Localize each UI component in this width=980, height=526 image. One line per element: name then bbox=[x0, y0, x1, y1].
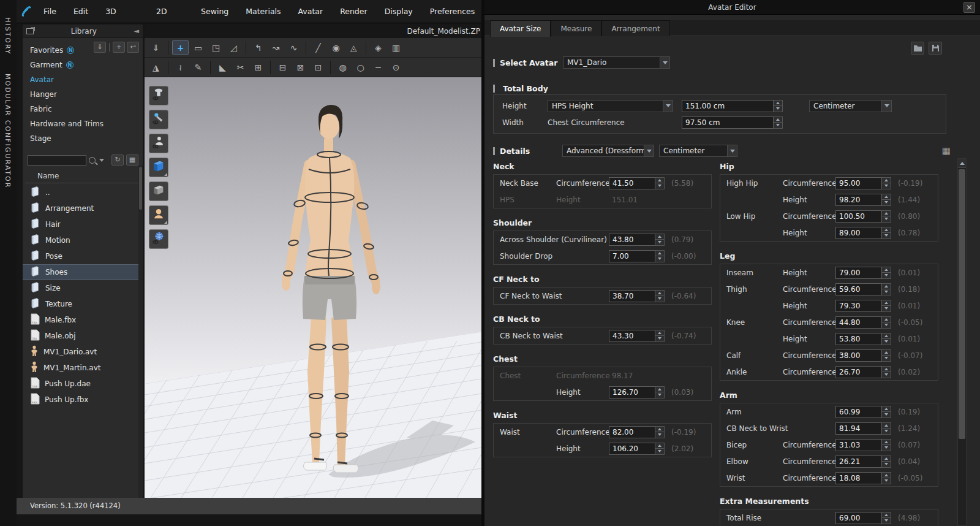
menu-display[interactable]: Display bbox=[376, 0, 421, 23]
search-input[interactable] bbox=[28, 155, 86, 166]
add-to-library-button[interactable]: ⇓ bbox=[94, 42, 106, 53]
rect-selection-tool[interactable]: ▭ bbox=[190, 40, 206, 55]
value-spinner[interactable] bbox=[882, 316, 891, 329]
add-button[interactable]: + bbox=[113, 42, 125, 53]
edit-curve-tool[interactable]: ∿ bbox=[285, 40, 302, 55]
value-spinner[interactable] bbox=[882, 227, 891, 239]
value-input[interactable] bbox=[609, 290, 655, 302]
menu-2d-pattern[interactable]: 2D Pattern bbox=[148, 0, 192, 23]
avatar-editor-titlebar[interactable]: Avatar Editor × bbox=[484, 0, 980, 15]
value-input[interactable] bbox=[835, 512, 882, 524]
value-spinner[interactable] bbox=[882, 455, 891, 468]
scrollbar-thumb[interactable] bbox=[959, 169, 965, 439]
value-input[interactable] bbox=[609, 426, 655, 438]
button-tool[interactable]: ◍ bbox=[334, 59, 351, 75]
value-input[interactable] bbox=[835, 227, 882, 239]
library-category-avatar[interactable]: Avatar bbox=[23, 72, 143, 87]
library-item[interactable]: Motion bbox=[23, 232, 143, 248]
collapse-arrow-icon[interactable]: ◄ bbox=[134, 27, 139, 35]
value-input[interactable] bbox=[609, 443, 655, 455]
save-button[interactable] bbox=[929, 42, 942, 55]
tack-on-avatar-tool[interactable]: ◬ bbox=[345, 40, 362, 55]
select-move-tool[interactable]: + bbox=[172, 40, 189, 55]
value-input[interactable] bbox=[835, 210, 882, 223]
dropdown-arrow-icon[interactable] bbox=[881, 101, 891, 112]
sewing-visibility-toggle[interactable] bbox=[149, 110, 168, 129]
library-category-hanger[interactable]: Hanger bbox=[23, 87, 143, 102]
close-button[interactable]: × bbox=[963, 2, 975, 13]
menu-sewing[interactable]: Sewing bbox=[192, 0, 237, 23]
library-item[interactable]: MV1_Dario.avt bbox=[23, 344, 143, 360]
library-item[interactable]: .. bbox=[23, 185, 143, 200]
width-value-input[interactable] bbox=[682, 116, 774, 129]
value-input[interactable] bbox=[835, 333, 882, 345]
select-garment-tool[interactable]: ◣ bbox=[214, 59, 231, 75]
library-item[interactable]: DAEPush Up.dae bbox=[23, 376, 143, 392]
avatar-skin-button[interactable] bbox=[149, 205, 168, 225]
menu-file[interactable]: File bbox=[35, 0, 65, 23]
steam-tool[interactable]: ⊟ bbox=[274, 59, 291, 75]
value-spinner[interactable] bbox=[655, 330, 665, 342]
library-item[interactable]: Shoes bbox=[23, 264, 143, 280]
library-category-hardware-and-trims[interactable]: Hardware and Trims bbox=[23, 116, 143, 131]
dropdown-arrow-icon[interactable] bbox=[660, 57, 669, 68]
value-spinner[interactable] bbox=[882, 512, 891, 524]
library-item[interactable]: MV1_Martin.avt bbox=[23, 360, 143, 376]
value-spinner[interactable] bbox=[882, 283, 891, 295]
value-input[interactable] bbox=[835, 300, 882, 312]
size-table-icon[interactable]: ▦ bbox=[942, 145, 951, 156]
value-spinner[interactable] bbox=[655, 386, 665, 398]
scroll-up-button[interactable] bbox=[958, 159, 966, 168]
pin-box-tool[interactable]: ◉ bbox=[328, 40, 344, 55]
menu-preferences[interactable]: Preferences bbox=[421, 0, 484, 23]
import-tool[interactable]: ⇓ bbox=[148, 40, 164, 55]
library-category-garment[interactable]: GarmentN bbox=[23, 58, 143, 72]
value-spinner[interactable] bbox=[882, 366, 891, 378]
height-value-input[interactable] bbox=[682, 100, 774, 112]
open-folder-button[interactable] bbox=[911, 42, 924, 55]
value-spinner[interactable] bbox=[882, 267, 891, 279]
tab-arrangement[interactable]: Arrangement bbox=[601, 20, 669, 36]
tab-measure[interactable]: Measure bbox=[551, 20, 601, 36]
value-spinner[interactable] bbox=[882, 194, 891, 206]
move-point-tool[interactable]: ↰ bbox=[250, 40, 266, 55]
copy-garment-tool[interactable]: ⊞ bbox=[250, 59, 266, 75]
refresh-button[interactable]: ↻ bbox=[111, 154, 124, 166]
value-input[interactable] bbox=[835, 177, 882, 189]
width-spinner[interactable] bbox=[774, 116, 783, 129]
value-input[interactable] bbox=[835, 472, 882, 484]
library-category-fabric[interactable]: Fabric bbox=[23, 102, 143, 116]
library-item[interactable]: Texture bbox=[23, 296, 143, 312]
stitch-line-tool[interactable]: ─ bbox=[370, 59, 386, 75]
environment-toggle[interactable] bbox=[149, 229, 168, 249]
value-input[interactable] bbox=[835, 439, 882, 451]
undo-button[interactable]: ↩ bbox=[127, 42, 139, 53]
segment-sewing-tool[interactable]: ≀ bbox=[172, 59, 189, 75]
value-input[interactable] bbox=[835, 406, 882, 418]
value-spinner[interactable] bbox=[882, 349, 891, 362]
name-column-header[interactable]: Name bbox=[25, 168, 140, 183]
pin-tool[interactable]: ╱ bbox=[310, 40, 326, 55]
dropdown-arrow-icon[interactable] bbox=[644, 145, 654, 156]
value-spinner[interactable] bbox=[882, 300, 891, 312]
value-spinner[interactable] bbox=[882, 210, 891, 223]
fabric-texture-tool[interactable]: ⊠ bbox=[292, 59, 309, 75]
value-spinner[interactable] bbox=[655, 426, 665, 438]
library-scrollbar[interactable] bbox=[138, 166, 143, 498]
value-input[interactable] bbox=[609, 386, 655, 398]
menu-render[interactable]: Render bbox=[331, 0, 376, 23]
value-spinner[interactable] bbox=[882, 333, 891, 345]
free-sewing-tool[interactable]: ✎ bbox=[190, 59, 206, 75]
menu-materials[interactable]: Materials bbox=[237, 0, 289, 23]
value-spinner[interactable] bbox=[882, 472, 891, 484]
value-input[interactable] bbox=[835, 422, 882, 435]
value-spinner[interactable] bbox=[655, 234, 665, 246]
avatar-select-dropdown[interactable]: MV1_Dario bbox=[563, 56, 670, 69]
zipper-lock-tool[interactable]: ⊙ bbox=[388, 59, 404, 75]
tab-avatar-size[interactable]: Avatar Size bbox=[490, 20, 551, 37]
arrangement-points-tool[interactable]: ◈ bbox=[370, 40, 386, 55]
value-spinner[interactable] bbox=[655, 250, 665, 262]
value-input[interactable] bbox=[609, 234, 655, 246]
value-spinner[interactable] bbox=[882, 422, 891, 435]
modular-configurator-dock-tab[interactable]: MODULAR CONFIGURATOR bbox=[4, 74, 12, 188]
